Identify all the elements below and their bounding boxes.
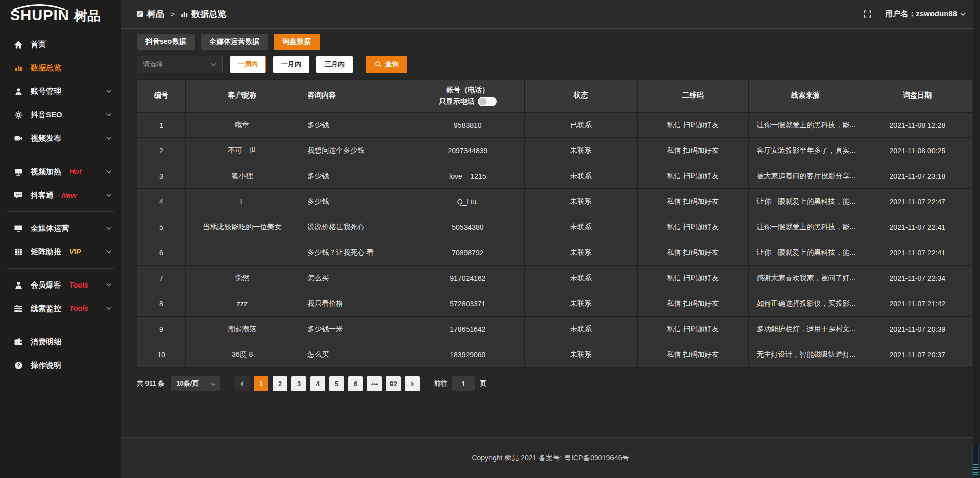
cell-qrcode[interactable]: 私信 扫码加好友 bbox=[637, 189, 748, 214]
cell-qrcode[interactable]: 私信 扫码加好友 bbox=[637, 266, 748, 291]
sidebar-item-badge: Tools bbox=[69, 304, 88, 313]
search-icon bbox=[375, 61, 382, 68]
cell-source[interactable]: 如何正确选择投影仪，买投影... bbox=[748, 291, 863, 317]
cell-source[interactable]: 让你一眼就爱上的黑科技，能... bbox=[748, 112, 863, 138]
cell-qrcode[interactable]: 私信 扫码加好友 bbox=[637, 163, 748, 189]
sidebar-item-12[interactable]: 消费明细 bbox=[0, 330, 121, 353]
cell-serial: 10 bbox=[137, 342, 186, 368]
bar-chart-icon bbox=[181, 10, 188, 18]
sidebar-item-8[interactable]: 全媒体运营 bbox=[0, 217, 121, 240]
chevron-down-icon bbox=[106, 136, 112, 140]
sidebar: SHUPIN 树品 首页数据总览账号管理抖音SEO视频发布视频加热Hot抖客通N… bbox=[0, 0, 121, 478]
prev-page-button[interactable] bbox=[235, 376, 250, 391]
page-button-6[interactable]: 6 bbox=[348, 376, 363, 391]
app-layout: SHUPIN 树品 首页数据总览账号管理抖音SEO视频发布视频加热Hot抖客通N… bbox=[0, 0, 980, 478]
footer: Copyright 树品 2021 备案号: 粤ICP备09019646号 bbox=[121, 437, 980, 478]
cell-qrcode[interactable]: 私信 扫码加好友 bbox=[637, 112, 748, 138]
cell-source[interactable]: 客厅安装投影半年多了，真实... bbox=[748, 138, 863, 163]
phone-only-label: 只显示电话 bbox=[439, 95, 475, 107]
page-button-3[interactable]: 3 bbox=[291, 376, 306, 391]
phone-only-toggle[interactable] bbox=[478, 97, 497, 106]
cell-serial: 8 bbox=[137, 291, 186, 317]
sidebar-item-6[interactable]: 视频加热Hot bbox=[0, 160, 121, 183]
breadcrumb-current[interactable]: 数据总览 bbox=[181, 8, 226, 20]
tab-2[interactable]: 全媒体运营数据 bbox=[201, 34, 268, 50]
cell-qrcode[interactable]: 私信 扫码加好友 bbox=[637, 138, 748, 163]
page-size-select[interactable]: 10条/页 bbox=[172, 376, 220, 391]
select-placeholder: 请选择 bbox=[143, 60, 163, 69]
sidebar-item-2[interactable]: 数据总览 bbox=[0, 56, 121, 80]
cell-source[interactable]: 感谢大家喜欢我家，被问了好... bbox=[748, 266, 863, 291]
goto-page: 前往 页 bbox=[434, 376, 486, 391]
cell-qrcode[interactable]: 私信 扫码加好友 bbox=[637, 214, 748, 240]
cell-account: love__1215 bbox=[411, 163, 524, 189]
sidebar-nav: 首页数据总览账号管理抖音SEO视频发布视频加热Hot抖客通New全媒体运营矩阵助… bbox=[0, 33, 121, 377]
next-page-button[interactable] bbox=[405, 376, 420, 391]
goto-page-input[interactable] bbox=[452, 376, 475, 391]
cell-nickname: 觉然 bbox=[185, 266, 299, 291]
cell-nickname: 哦章 bbox=[185, 112, 299, 138]
page-button-92[interactable]: 92 bbox=[386, 376, 401, 391]
cell-source[interactable]: 让你一眼就爱上的黑科技，能... bbox=[748, 189, 863, 214]
sidebar-item-7[interactable]: 抖客通New bbox=[0, 183, 121, 207]
cell-serial: 1 bbox=[137, 112, 186, 138]
column-header-6: 二维码 bbox=[637, 80, 748, 112]
cell-qrcode[interactable]: 私信 扫码加好友 bbox=[637, 291, 748, 317]
fullscreen-icon[interactable] bbox=[863, 10, 872, 18]
cell-status: 未联系 bbox=[525, 189, 638, 214]
chart-icon bbox=[13, 63, 23, 73]
cell-status: 未联系 bbox=[525, 317, 638, 342]
sidebar-item-5[interactable]: 视频发布 bbox=[0, 127, 121, 150]
user-menu[interactable]: 用户名：zswodun88 bbox=[885, 9, 966, 19]
data-tabs: 抖音seo数据全媒体运营数据询盘数据 bbox=[137, 34, 972, 50]
cell-source[interactable]: 让你一眼就爱上的黑科技，能... bbox=[748, 214, 863, 240]
account-select[interactable]: 请选择 bbox=[137, 56, 223, 73]
cell-qrcode[interactable]: 私信 扫码加好友 bbox=[637, 342, 748, 368]
sidebar-item-9[interactable]: 矩阵助推VIP bbox=[0, 240, 121, 264]
cell-date: 2021-11-07 22:47 bbox=[863, 189, 972, 214]
chevron-down-icon bbox=[106, 306, 112, 310]
sidebar-item-3[interactable]: 账号管理 bbox=[0, 80, 121, 103]
username-label: 用户名：zswodun88 bbox=[885, 9, 957, 19]
cell-status: 未联系 bbox=[525, 214, 638, 240]
scrollbar-track[interactable] bbox=[973, 0, 980, 478]
cell-content: 我只看价格 bbox=[299, 291, 411, 317]
cell-qrcode[interactable]: 私信 扫码加好友 bbox=[637, 240, 748, 266]
period-button-2[interactable]: 一月内 bbox=[273, 56, 309, 73]
period-button-1[interactable]: 一周内 bbox=[230, 56, 266, 73]
cell-source[interactable]: 多功能护栏灯，适用于乡村文... bbox=[748, 317, 863, 342]
page-button-4[interactable]: 4 bbox=[310, 376, 325, 391]
tab-3[interactable]: 询盘数据 bbox=[274, 34, 320, 50]
cell-date: 2021-11-07 22:34 bbox=[863, 266, 972, 291]
sidebar-item-label: 会员爆客 bbox=[31, 280, 61, 290]
sidebar-item-label: 账号管理 bbox=[31, 87, 61, 97]
toggle-knob bbox=[479, 98, 486, 105]
cell-nickname: 潮起潮落 bbox=[185, 317, 299, 342]
page-button-2[interactable]: 2 bbox=[273, 376, 287, 391]
column-header-8: 询盘日期 bbox=[863, 80, 972, 112]
page-button-5[interactable]: 5 bbox=[329, 376, 344, 391]
chat-icon bbox=[13, 190, 23, 200]
breadcrumb-root[interactable]: 树品 bbox=[136, 8, 164, 20]
cell-source[interactable]: 被大家追着问的客厅投影分享... bbox=[748, 163, 863, 189]
page-button-1[interactable]: 1 bbox=[254, 376, 268, 391]
sidebar-item-11[interactable]: 线索监控Tools bbox=[0, 297, 121, 320]
cell-source[interactable]: 让你一眼就爱上的黑科技，能... bbox=[748, 240, 863, 266]
sidebar-item-4[interactable]: 抖音SEO bbox=[0, 103, 121, 127]
cell-date: 2021-11-07 23:18 bbox=[863, 163, 972, 189]
sidebar-item-label: 全媒体运营 bbox=[31, 224, 69, 233]
search-button-label: 查询 bbox=[385, 60, 399, 69]
chevron-down-icon bbox=[106, 193, 112, 197]
search-button[interactable]: 查询 bbox=[366, 56, 407, 73]
sidebar-item-10[interactable]: 会员爆客Tools bbox=[0, 273, 121, 297]
sidebar-item-13[interactable]: ?操作说明 bbox=[0, 353, 121, 377]
page-ellipsis[interactable]: ••• bbox=[367, 376, 382, 391]
period-button-group: 一周内一月内三月内 bbox=[223, 56, 353, 73]
cell-source[interactable]: 无主灯设计，智能磁吸轨道灯... bbox=[748, 342, 863, 368]
phone-only-control: 只显示电话 bbox=[439, 95, 497, 107]
cell-qrcode[interactable]: 私信 扫码加好友 bbox=[637, 317, 748, 342]
cell-date: 2021-11-07 22:41 bbox=[863, 240, 972, 266]
sidebar-item-1[interactable]: 首页 bbox=[0, 33, 121, 56]
period-button-3[interactable]: 三月内 bbox=[316, 56, 353, 73]
tab-1[interactable]: 抖音seo数据 bbox=[137, 34, 195, 50]
